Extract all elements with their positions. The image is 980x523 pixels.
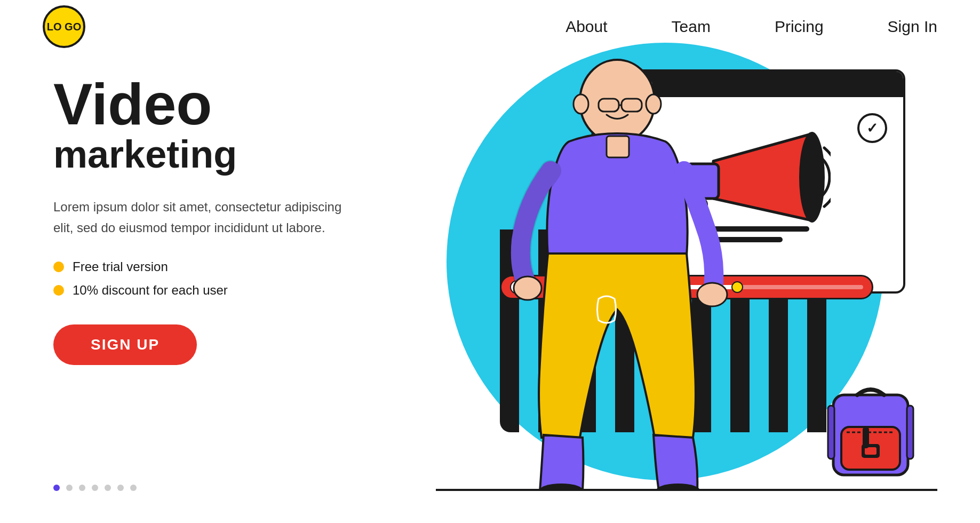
feature-list: Free trial version 10% discount for each… [53,259,352,298]
dot-6[interactable] [117,485,124,491]
illustration: ✓ [393,27,980,523]
feature-item-2: 10% discount for each user [53,283,352,298]
character-illustration [463,53,761,491]
hero-content: Video marketing Lorem ipsum dolor sit am… [53,75,352,365]
svg-rect-10 [607,136,629,157]
svg-point-2 [799,132,825,223]
svg-rect-21 [828,406,834,459]
svg-point-9 [646,94,661,114]
svg-rect-22 [907,406,913,459]
dot-1[interactable] [53,485,60,491]
backpack-illustration [825,379,916,486]
dot-5[interactable] [105,485,111,491]
checkmark-icon: ✓ [857,113,887,143]
feature-item-1: Free trial version [53,259,352,274]
hero-title-marketing: marketing [53,133,352,176]
hero-description: Lorem ipsum dolor sit amet, consectetur … [53,197,352,238]
dot-2[interactable] [66,485,73,491]
logo[interactable]: LO GO [43,5,85,48]
dot-4[interactable] [92,485,98,491]
pagination [53,485,137,491]
svg-rect-20 [863,427,869,448]
svg-rect-19 [865,447,877,455]
svg-point-11 [514,276,541,300]
signup-button[interactable]: SIGN UP [53,324,197,365]
bullet-dot-2 [53,285,64,296]
svg-point-8 [573,94,588,114]
dot-3[interactable] [79,485,85,491]
svg-point-12 [697,283,727,306]
floor-line [436,489,937,491]
bullet-dot-1 [53,262,64,272]
hero-title-video: Video [53,75,352,133]
dot-7[interactable] [130,485,137,491]
